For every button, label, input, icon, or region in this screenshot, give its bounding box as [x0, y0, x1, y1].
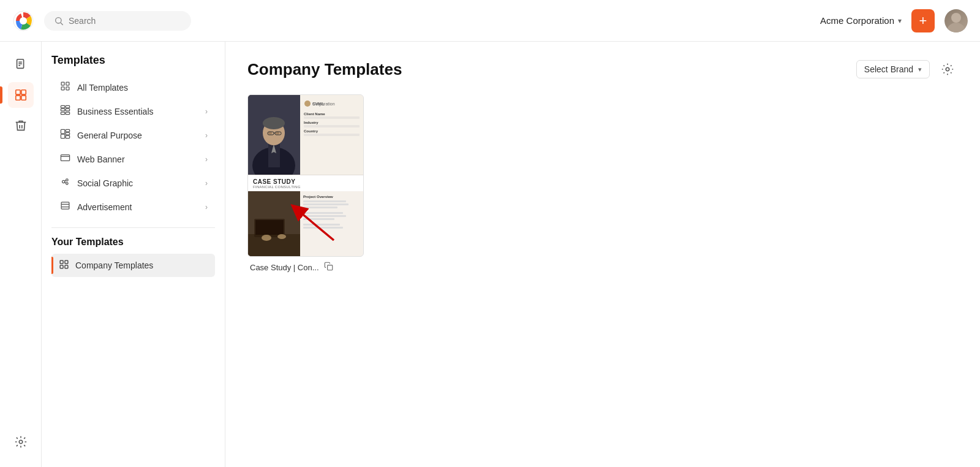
case-study-title: CASE STUDY [253, 178, 358, 185]
icon-sidebar-bottom [8, 429, 34, 467]
select-brand-dropdown[interactable]: Select Brand ▾ [856, 60, 930, 78]
business-essentials-chevron-icon: › [205, 107, 208, 116]
advertisement-icon [59, 200, 71, 213]
svg-rect-28 [61, 134, 64, 138]
nav-web-banner[interactable]: Web Banner › [51, 147, 215, 171]
nav-advertisement[interactable]: Advertisement › [51, 195, 215, 219]
workspace-chevron-icon: ▾ [898, 17, 902, 25]
industry-value [304, 125, 360, 127]
search-bar[interactable] [44, 11, 191, 31]
nav-all-templates[interactable]: All Templates [51, 75, 215, 99]
template-card-case-study[interactable]: SVML Corporation Client Name Industry [247, 94, 364, 273]
sidebar-templates[interactable] [8, 82, 34, 108]
svg-point-4 [946, 23, 966, 32]
content-area: Company Templates Select Brand ▾ [225, 42, 980, 467]
svg-rect-37 [61, 202, 69, 209]
topbar: Acme Corporation ▾ + [0, 0, 980, 42]
avatar-image [944, 9, 968, 32]
svg-rect-41 [65, 260, 68, 264]
topbar-right: Acme Corporation ▾ + [820, 9, 968, 32]
app-logo[interactable] [12, 10, 34, 32]
all-templates-icon [59, 81, 71, 94]
avatar[interactable] [944, 9, 968, 32]
workspace-selector[interactable]: Acme Corporation ▾ [820, 15, 902, 26]
header-right: Select Brand ▾ [856, 59, 958, 80]
svg-rect-10 [15, 90, 20, 94]
nav-divider [51, 227, 215, 228]
svg-point-64 [277, 234, 286, 239]
content-header: Company Templates Select Brand ▾ [247, 59, 958, 80]
svg-rect-24 [66, 112, 69, 115]
case-study-title-section: CASE STUDY FINANCIAL CONSULTING [248, 175, 363, 191]
svg-text:Corporation: Corporation [312, 102, 335, 107]
project-overview-title: Project Overview [303, 195, 360, 199]
svg-rect-13 [21, 96, 25, 100]
business-essentials-icon [59, 105, 71, 118]
settings-gear-button[interactable] [937, 59, 958, 80]
svg-rect-23 [61, 112, 64, 115]
svg-rect-20 [66, 105, 69, 108]
svg-rect-12 [15, 96, 20, 100]
svg-line-3 [61, 23, 63, 25]
nav-section-title: Templates [51, 54, 215, 67]
svg-rect-21 [61, 108, 64, 111]
svg-rect-19 [61, 105, 64, 108]
web-banner-chevron-icon: › [205, 155, 208, 164]
business-essentials-label: Business Essentials [77, 107, 154, 116]
svg-rect-17 [61, 87, 64, 90]
general-purpose-chevron-icon: › [205, 131, 208, 140]
client-name-label: Client Name [304, 112, 360, 116]
svg-rect-11 [21, 90, 25, 94]
svg-rect-18 [66, 87, 69, 90]
svg-point-63 [262, 235, 271, 241]
nav-sidebar: Templates All Templates [42, 42, 225, 467]
social-graphic-chevron-icon: › [205, 179, 208, 188]
advertisement-chevron-icon: › [205, 203, 208, 211]
svg-point-1 [20, 17, 27, 25]
svg-rect-25 [61, 129, 64, 133]
nav-social-graphic[interactable]: Social Graphic › [51, 171, 215, 195]
svg-point-56 [304, 101, 311, 107]
svg-point-32 [62, 180, 64, 183]
text-line-3 [303, 207, 337, 208]
svg-point-14 [19, 440, 23, 444]
your-templates-title: Your Templates [51, 237, 215, 248]
nav-company-templates[interactable]: Company Templates [51, 254, 215, 277]
svg-point-50 [263, 117, 285, 129]
svg-rect-43 [65, 265, 68, 268]
country-value [304, 134, 360, 136]
company-templates-icon [59, 259, 69, 271]
sidebar-settings[interactable] [8, 429, 34, 455]
country-label: Country [304, 129, 360, 133]
text-line-2 [303, 203, 349, 205]
text-line-4 [303, 212, 343, 214]
add-button[interactable]: + [911, 9, 935, 32]
svg-point-2 [56, 17, 61, 23]
svg-point-44 [946, 67, 949, 71]
nav-general-purpose[interactable]: General Purpose › [51, 123, 215, 147]
template-name: Case Study | Con... [250, 263, 319, 272]
text-line-1 [303, 200, 346, 202]
case-study-bottom-photo [248, 191, 300, 257]
svg-rect-62 [255, 220, 284, 235]
text-line-5 [303, 215, 346, 217]
case-study-top: SVML Corporation Client Name Industry [248, 95, 363, 175]
search-input[interactable] [69, 16, 173, 26]
icon-sidebar [0, 42, 42, 467]
general-purpose-label: General Purpose [77, 131, 142, 140]
svg-rect-30 [61, 155, 69, 161]
company-templates-label: Company Templates [75, 260, 153, 270]
sidebar-new-document[interactable] [8, 51, 34, 77]
sidebar-trash[interactable] [8, 113, 34, 139]
case-study-info: SVML Corporation Client Name Industry [300, 95, 363, 175]
nav-business-essentials[interactable]: Business Essentials › [51, 99, 215, 123]
svg-rect-16 [66, 82, 69, 85]
svg-point-5 [951, 13, 961, 23]
text-line-7 [303, 224, 340, 226]
client-name-field: Client Name [304, 112, 360, 119]
template-copy-icon[interactable] [324, 262, 333, 273]
template-label: Case Study | Con... [247, 257, 364, 273]
case-study-bottom-text: Project Overview [300, 191, 363, 234]
client-name-value [304, 116, 360, 119]
main-layout: Templates All Templates [0, 42, 980, 467]
